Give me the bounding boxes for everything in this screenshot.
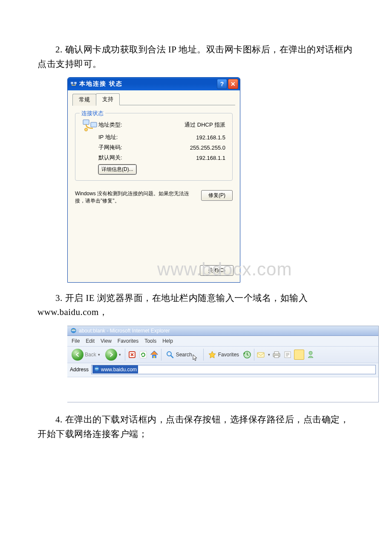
search-icon — [165, 350, 175, 359]
search-label: Search — [176, 352, 192, 358]
favorites-button[interactable]: Favorites — [206, 348, 241, 361]
chevron-down-icon: ▾ — [119, 353, 121, 357]
svg-rect-2 — [83, 120, 89, 124]
history-icon[interactable] — [242, 350, 252, 359]
tab-general[interactable]: 常规 — [72, 94, 96, 106]
discuss-icon[interactable] — [294, 350, 304, 360]
forward-icon — [105, 349, 117, 361]
gateway-label: 默认网关: — [98, 154, 162, 162]
connection-status-group: 连接状态 地址类型: — [75, 113, 233, 181]
svg-rect-3 — [91, 122, 97, 127]
network-adapter-icon — [82, 119, 96, 131]
forward-button[interactable]: ▾ — [104, 348, 123, 361]
home-icon[interactable] — [150, 350, 159, 359]
ie-browser-window: about:blank - Microsoft Internet Explore… — [67, 326, 379, 402]
star-icon — [208, 350, 217, 359]
close-button[interactable]: 关闭(C) — [200, 265, 233, 276]
stop-icon[interactable] — [127, 350, 137, 359]
svg-rect-11 — [153, 356, 155, 358]
troubleshoot-text: Windows 没有检测到此连接的问题。如果您无法连接，请单击"修复"。 — [75, 190, 195, 205]
row-mask: 子网掩码: 255.255.255.0 — [80, 142, 228, 153]
dialog-titlebar[interactable]: 本地连接 状态 ? ✕ — [68, 78, 240, 90]
address-value: www.baidu.com — [101, 367, 137, 373]
repair-button[interactable]: 修复(P) — [201, 190, 233, 201]
svg-rect-23 — [95, 369, 98, 369]
chevron-down-icon: ▾ — [268, 353, 270, 357]
local-connection-status-dialog: 本地连接 状态 ? ✕ 常规 支持 连接状态 — [67, 77, 240, 283]
back-button[interactable]: Back ▾ — [70, 348, 102, 361]
chevron-down-icon: ▾ — [98, 353, 100, 357]
svg-rect-9 — [140, 351, 147, 358]
address-input[interactable]: www.baidu.com — [91, 365, 376, 374]
cursor-icon — [193, 354, 199, 362]
tab-strip: 常规 支持 — [68, 90, 239, 105]
ie-content-area — [67, 377, 378, 402]
address-label: Address — [70, 367, 89, 373]
ip-label: IP 地址: — [98, 133, 162, 141]
favorites-label: Favorites — [218, 352, 239, 358]
ie-titlebar[interactable]: about:blank - Microsoft Internet Explore… — [67, 326, 378, 336]
svg-rect-1 — [74, 82, 77, 84]
svg-point-4 — [85, 128, 88, 131]
subnet-mask-value: 255.255.255.0 — [162, 145, 228, 151]
menu-tools[interactable]: Tools — [144, 338, 156, 344]
refresh-icon[interactable] — [138, 350, 148, 359]
ie-logo-icon — [70, 327, 77, 334]
ie-page-icon — [94, 366, 100, 373]
edit-icon[interactable] — [283, 350, 292, 359]
back-icon — [72, 349, 84, 361]
network-icon — [70, 81, 77, 87]
ie-address-bar: Address www.baidu.com — [67, 363, 378, 377]
row-gateway: 默认网关: 192.168.1.1 — [80, 153, 228, 163]
mail-icon[interactable] — [257, 350, 266, 359]
details-button[interactable]: 详细信息(D)... — [98, 165, 136, 174]
menu-edit[interactable]: Edit — [86, 338, 95, 344]
address-type-label: 地址类型: — [98, 121, 162, 129]
back-label: Back — [85, 352, 96, 358]
ie-toolbar: Back ▾ ▾ — [67, 347, 378, 363]
svg-rect-7 — [72, 331, 75, 331]
svg-point-20 — [309, 351, 312, 355]
row-address-type: 地址类型: 通过 DHCP 指派 — [80, 118, 228, 132]
menu-favorites[interactable]: Favorites — [118, 338, 138, 344]
paragraph-4: 4. 在弹出的下载对话框内，点击保存按钮，选择保存路径后，点击确定，开始下载网络… — [37, 413, 355, 441]
dialog-title: 本地连接 状态 — [79, 80, 217, 88]
paragraph-2: 2. 确认网卡成功获取到合法 IP 地址。双击网卡图标后，在弹出的对话框内点击支… — [37, 43, 355, 71]
subnet-mask-label: 子网掩码: — [98, 144, 162, 151]
paragraph-3: 3. 开启 IE 浏览器界面，在地址栏内随意输入一个域名，如输入www.baid… — [37, 291, 355, 320]
address-type-value: 通过 DHCP 指派 — [162, 121, 228, 129]
menu-view[interactable]: View — [101, 338, 112, 344]
svg-rect-19 — [296, 352, 302, 358]
help-button[interactable]: ? — [217, 79, 227, 89]
menu-help[interactable]: Help — [162, 338, 173, 344]
ie-menubar: File Edit View Favorites Tools Help — [67, 336, 378, 347]
svg-rect-17 — [274, 356, 279, 358]
menu-file[interactable]: File — [72, 338, 80, 344]
ip-value: 192.168.1.5 — [162, 134, 228, 141]
tab-support[interactable]: 支持 — [96, 93, 120, 105]
svg-rect-16 — [274, 352, 279, 354]
row-ip: IP 地址: 192.168.1.5 — [80, 132, 228, 142]
svg-rect-14 — [257, 353, 264, 357]
svg-rect-0 — [71, 82, 73, 84]
group-label: 连接状态 — [80, 110, 105, 117]
print-icon[interactable] — [272, 350, 281, 359]
close-icon[interactable]: ✕ — [228, 79, 238, 89]
gateway-value: 192.168.1.1 — [162, 155, 228, 161]
messenger-icon[interactable] — [306, 350, 315, 359]
ie-title-text: about:blank - Microsoft Internet Explore… — [79, 328, 170, 334]
troubleshoot-section: Windows 没有检测到此连接的问题。如果您无法连接，请单击"修复"。 修复(… — [68, 182, 239, 206]
search-button[interactable]: Search — [164, 348, 201, 361]
